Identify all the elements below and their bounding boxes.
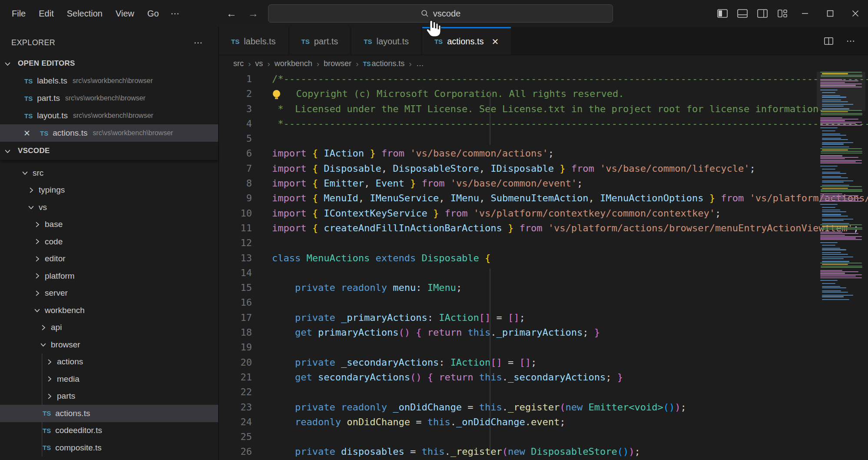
tab-labels-ts[interactable]: TSlabels.ts (219, 27, 288, 55)
line-number[interactable]: 7 (219, 161, 252, 176)
line-number[interactable]: 26 (219, 444, 252, 459)
folder-section-header[interactable]: VSCODE (0, 142, 218, 160)
tree-item-editor[interactable]: editor (0, 250, 218, 268)
minimap[interactable] (818, 72, 864, 460)
line-number[interactable]: 5 (219, 131, 252, 146)
breadcrumb-item-browser[interactable]: browser (324, 59, 351, 68)
line-number[interactable]: 14 (219, 266, 252, 280)
minimize-button[interactable] (792, 0, 818, 27)
split-editor-icon[interactable] (823, 36, 834, 47)
tree-item-code[interactable]: code (0, 233, 218, 250)
minimap-line (822, 296, 843, 297)
tree-item-composite-ts[interactable]: TScomposite.ts (0, 439, 218, 457)
tab-layout-ts[interactable]: TSlayout.ts (351, 27, 421, 55)
tree-item-base[interactable]: base (0, 216, 218, 233)
code-line-content: /*--------------------------------------… (272, 72, 868, 87)
menu-view[interactable]: View (110, 6, 140, 21)
line-number[interactable]: 24 (219, 415, 252, 430)
line-number[interactable]: 6 (219, 146, 252, 161)
minimap-line (818, 213, 864, 213)
lightbulb-icon[interactable] (273, 90, 280, 97)
minimap-line (820, 193, 842, 194)
tree-item-parts[interactable]: parts (0, 388, 218, 405)
tab-part-ts[interactable]: TSpart.ts (289, 27, 351, 55)
tree-item-media[interactable]: media (0, 370, 218, 388)
minimap-line (820, 237, 856, 238)
command-center-search[interactable]: vscode (268, 4, 613, 23)
line-number[interactable]: 18 (219, 325, 252, 340)
line-number[interactable]: 17 (219, 310, 252, 325)
tree-item-actions-ts[interactable]: TSactions.ts (0, 405, 218, 422)
menu-more-icon[interactable]: ⋯ (166, 6, 185, 21)
minimap-line (820, 158, 845, 159)
tree-item-api[interactable]: api (0, 319, 218, 337)
line-number[interactable]: 25 (219, 430, 252, 444)
code-line-content: import { IContextKeyService } from 'vs/p… (272, 206, 721, 221)
line-number[interactable]: 9 (219, 191, 252, 206)
line-number[interactable]: 4 (219, 117, 252, 131)
breadcrumb-item-actions-ts[interactable]: TSactions.ts (363, 59, 404, 68)
minimap-line (820, 157, 858, 158)
breadcrumb-item-workbench[interactable]: workbench (275, 59, 312, 68)
line-number[interactable]: 3 (219, 102, 252, 117)
chevron-down-icon (21, 169, 29, 177)
line-number[interactable]: 1 (219, 72, 252, 87)
open-editor-item[interactable]: TSpart.tssrc\vs\workbench\browser (0, 90, 218, 107)
line-number[interactable]: 2 (219, 87, 252, 101)
line-number[interactable]: 11 (219, 221, 252, 236)
open-editor-item[interactable]: TSlayout.tssrc\vs\workbench\browser (0, 107, 218, 124)
minimap-viewport[interactable] (817, 72, 865, 111)
line-number[interactable]: 22 (219, 385, 252, 400)
customize-layout-button[interactable] (772, 4, 792, 23)
minimap-line (822, 172, 840, 173)
breadcrumb-item-vs[interactable]: vs (255, 59, 263, 68)
tree-item-server[interactable]: server (0, 285, 218, 302)
open-editors-section-header[interactable]: OPEN EDITORS (0, 55, 218, 72)
tree-item-browser[interactable]: browser (0, 336, 218, 353)
tree-item-workbench[interactable]: workbench (0, 302, 218, 319)
line-number[interactable]: 12 (219, 236, 252, 250)
line-number[interactable]: 21 (219, 370, 252, 385)
code-line: 5 (219, 131, 868, 146)
tree-item-typings[interactable]: typings (0, 182, 218, 199)
close-icon[interactable]: ✕ (23, 128, 30, 138)
toggle-primary-sidebar-button[interactable] (712, 4, 732, 23)
menu-file[interactable]: File (6, 6, 31, 21)
tree-item-src[interactable]: src (0, 164, 218, 182)
line-number[interactable]: 16 (219, 295, 252, 310)
close-window-button[interactable] (843, 0, 868, 27)
tree-item-vs[interactable]: vs (0, 199, 218, 216)
forward-arrow-icon[interactable]: → (248, 7, 258, 20)
line-number[interactable]: 10 (219, 206, 252, 221)
tab-actions-ts[interactable]: TSactions.ts✕ (422, 27, 511, 55)
tree-item-codeeditor-ts[interactable]: TScodeeditor.ts (0, 422, 218, 440)
line-number[interactable]: 19 (219, 340, 252, 355)
tree-item-label: platform (45, 271, 75, 281)
line-number[interactable]: 13 (219, 251, 252, 266)
open-editor-item[interactable]: ✕TSactions.tssrc\vs\workbench\browser (0, 124, 218, 142)
minimap-line (818, 221, 864, 222)
editor-more-actions-icon[interactable]: ⋯ (842, 33, 860, 49)
breadcrumb-item-more[interactable]: … (416, 59, 424, 68)
code-line: 24 readonly onDidChange = this._onDidCha… (219, 415, 868, 430)
menu-go[interactable]: Go (142, 6, 165, 21)
line-number[interactable]: 23 (219, 400, 252, 415)
code-editor[interactable]: 1/*-------------------------------------… (219, 72, 868, 460)
breadcrumb-item-src[interactable]: src (233, 59, 244, 68)
line-number[interactable]: 15 (219, 280, 252, 295)
minimap-line (821, 266, 862, 267)
toggle-secondary-sidebar-button[interactable] (752, 4, 772, 23)
explorer-more-actions-icon[interactable]: ⋯ (189, 35, 208, 50)
line-number[interactable]: 20 (219, 355, 252, 370)
open-editor-item[interactable]: TSlabels.tssrc\vs\workbench\browser (0, 72, 218, 90)
close-icon[interactable]: ✕ (492, 37, 499, 47)
menu-selection[interactable]: Selection (61, 6, 108, 21)
ts-file-icon: TS (231, 38, 239, 45)
back-arrow-icon[interactable]: ← (226, 7, 237, 20)
maximize-button[interactable] (818, 0, 843, 27)
menu-edit[interactable]: Edit (33, 6, 59, 21)
tree-item-platform[interactable]: platform (0, 267, 218, 285)
toggle-panel-button[interactable] (732, 4, 752, 23)
line-number[interactable]: 8 (219, 176, 252, 191)
tree-item-actions[interactable]: actions (0, 353, 218, 371)
